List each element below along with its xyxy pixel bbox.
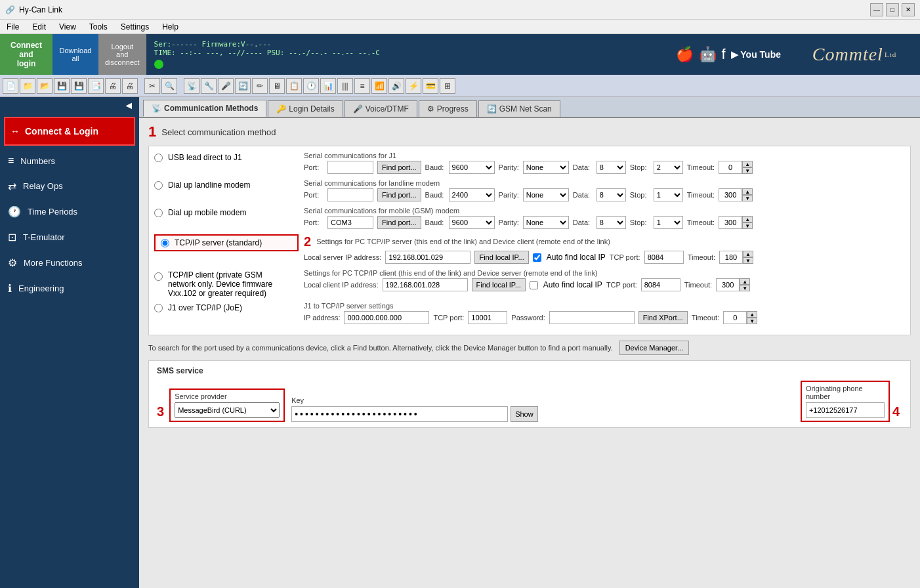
tc-find-local-ip-btn[interactable]: Find local IP...: [472, 278, 526, 291]
radio-tcp-client[interactable]: [154, 272, 163, 281]
tcp-find-local-ip-btn[interactable]: Find local IP...: [474, 251, 528, 264]
tb-edit[interactable]: ✏: [252, 78, 268, 94]
j1-port-input[interactable]: [327, 161, 373, 174]
j1-baud-select[interactable]: 9600: [449, 161, 495, 174]
ll-find-port-btn[interactable]: Find port...: [377, 188, 421, 201]
tb-clock[interactable]: 🕐: [303, 78, 319, 94]
show-key-btn[interactable]: Show: [511, 406, 538, 422]
minimize-btn[interactable]: —: [870, 3, 883, 16]
tb-chart[interactable]: 📊: [320, 78, 336, 94]
tb-wireless[interactable]: 📶: [371, 78, 387, 94]
sidebar-item-t-emulator[interactable]: ⊡ T-Emulator: [0, 224, 139, 250]
tc-local-ip-input[interactable]: [383, 278, 468, 291]
j1-ip-input[interactable]: [344, 311, 429, 324]
j1-tcp-timeout-input[interactable]: [723, 311, 747, 324]
radio-j1-tcp[interactable]: [154, 304, 163, 312]
mob-find-port-btn[interactable]: Find port...: [377, 216, 421, 229]
mob-timeout-input[interactable]: [719, 216, 742, 229]
mob-parity-select[interactable]: None: [523, 216, 569, 229]
menu-view[interactable]: View: [55, 21, 80, 33]
radio-mobile[interactable]: [154, 209, 163, 217]
ll-baud-select[interactable]: 2400: [449, 188, 495, 201]
tb-card[interactable]: 💳: [423, 78, 438, 94]
sidebar-item-numbers[interactable]: ≡ Numbers: [0, 148, 139, 173]
j1-data-select[interactable]: 8: [596, 161, 626, 174]
tb-list[interactable]: ≡: [354, 78, 370, 94]
tb-file[interactable]: 📋: [286, 78, 302, 94]
j1-find-xport-btn[interactable]: Find XPort...: [638, 311, 688, 324]
tab-gsm-scan[interactable]: 🔄 GSM Net Scan: [478, 100, 560, 117]
ll-parity-select[interactable]: None: [523, 188, 569, 201]
tb-sound[interactable]: 🔊: [388, 78, 404, 94]
tab-comm-methods[interactable]: 📡 Communication Methods: [143, 100, 266, 117]
tb-open2[interactable]: 📂: [37, 78, 52, 94]
sidebar-item-engineering[interactable]: ℹ Engineering: [0, 276, 139, 301]
tb-tool[interactable]: 🔧: [201, 78, 217, 94]
tb-open[interactable]: 📁: [20, 78, 35, 94]
key-input[interactable]: [291, 406, 508, 422]
j1-tcp-port-input[interactable]: [468, 311, 507, 324]
ll-port-input[interactable]: [327, 188, 373, 201]
menu-file[interactable]: File: [3, 21, 23, 33]
sidebar-item-time-periods[interactable]: 🕐 Time Periods: [0, 199, 139, 224]
tb-print[interactable]: 🖨: [105, 78, 121, 94]
tc-timeout-input[interactable]: [716, 278, 740, 291]
tb-search[interactable]: 🔍: [161, 78, 177, 94]
tab-voice-dtmf[interactable]: 🎤 Voice/DTMF: [345, 100, 417, 117]
tb-cut[interactable]: ✂: [144, 78, 160, 94]
tcp-local-ip-input[interactable]: [385, 251, 470, 264]
sidebar-item-more-functions[interactable]: ⚙ More Functions: [0, 250, 139, 276]
j1-tcp-timeout-up[interactable]: ▲: [747, 311, 757, 318]
j1-password-input[interactable]: [549, 311, 635, 324]
tb-lightning[interactable]: ⚡: [406, 78, 421, 94]
mob-timeout-up[interactable]: ▲: [742, 216, 753, 222]
tb-wifi[interactable]: 📡: [184, 78, 199, 94]
tb-refresh[interactable]: 🔄: [235, 78, 251, 94]
j1-stop-select[interactable]: 2: [654, 161, 683, 174]
j1-tcp-timeout-down[interactable]: ▼: [747, 318, 757, 324]
logout-btn[interactable]: Logoutanddisconnect: [98, 34, 146, 75]
radio-usb[interactable]: [154, 154, 163, 162]
ll-timeout-down[interactable]: ▼: [742, 195, 753, 201]
j1-timeout-down[interactable]: ▼: [742, 167, 753, 174]
radio-tcp-server[interactable]: [161, 239, 169, 247]
mob-baud-select[interactable]: 9600: [449, 216, 495, 229]
tb-grid[interactable]: ⊞: [440, 78, 455, 94]
j1-parity-select[interactable]: None: [523, 161, 569, 174]
menu-help[interactable]: Help: [158, 21, 182, 33]
tc-timeout-up[interactable]: ▲: [740, 278, 750, 285]
tb-save3[interactable]: 📑: [88, 78, 104, 94]
tcp-port-input[interactable]: [644, 251, 684, 264]
close-btn[interactable]: ✕: [902, 3, 915, 16]
maximize-btn[interactable]: □: [886, 3, 899, 16]
tab-progress[interactable]: ⚙ Progress: [419, 100, 477, 117]
download-all-btn[interactable]: Downloadall: [52, 34, 98, 75]
mob-data-select[interactable]: 8: [596, 216, 626, 229]
device-manager-btn[interactable]: Device Manager...: [619, 341, 690, 355]
tc-auto-find-chk[interactable]: [530, 281, 538, 289]
radio-landline[interactable]: [154, 181, 163, 190]
j1-timeout-up[interactable]: ▲: [742, 161, 753, 167]
ll-timeout-up[interactable]: ▲: [742, 188, 753, 195]
j1-find-port-btn[interactable]: Find port...: [377, 161, 421, 174]
mob-port-input[interactable]: [327, 216, 373, 229]
j1-timeout-input[interactable]: [719, 161, 742, 174]
tcp-timeout-input[interactable]: [719, 251, 743, 264]
ll-timeout-input[interactable]: [719, 188, 742, 201]
tcp-timeout-down[interactable]: ▼: [743, 257, 753, 264]
sidebar-toggle[interactable]: ◄: [0, 97, 139, 114]
window-controls[interactable]: — □ ✕: [870, 3, 915, 16]
menu-tools[interactable]: Tools: [85, 21, 112, 33]
connect-login-header-btn[interactable]: Connectandlogin: [0, 34, 52, 75]
menu-edit[interactable]: Edit: [28, 21, 50, 33]
ll-data-select[interactable]: 8: [596, 188, 626, 201]
menu-settings[interactable]: Settings: [117, 21, 153, 33]
tcp-auto-find-chk[interactable]: [533, 253, 541, 262]
tab-login-details[interactable]: 🔑 Login Details: [268, 100, 343, 117]
connect-login-sidebar-btn[interactable]: ↔ Connect & Login: [4, 117, 135, 146]
mob-timeout-down[interactable]: ▼: [742, 222, 753, 229]
tc-port-input[interactable]: [641, 278, 680, 291]
tb-mic[interactable]: 🎤: [218, 78, 234, 94]
tb-monitor[interactable]: 🖥: [269, 78, 285, 94]
tb-bars[interactable]: |||: [337, 78, 353, 94]
